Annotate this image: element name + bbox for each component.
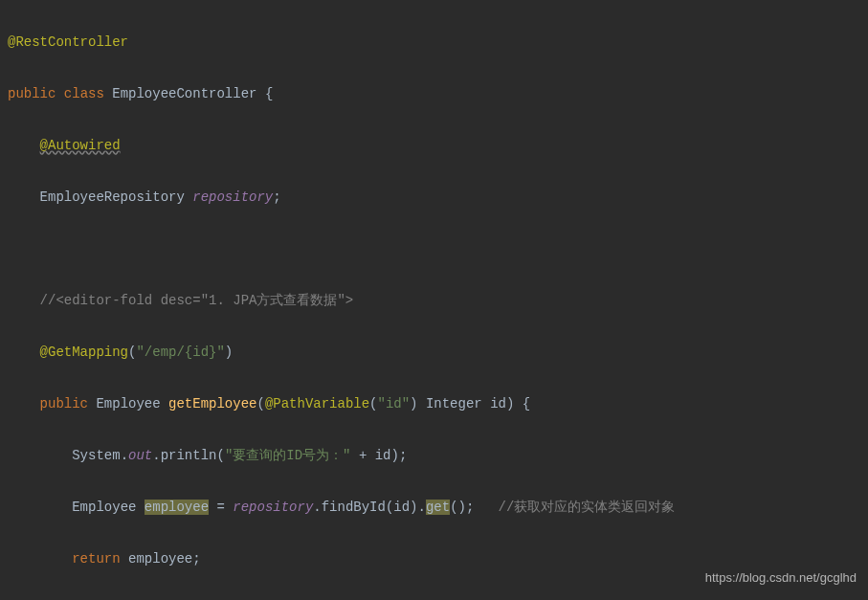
- paren: (: [369, 396, 377, 411]
- editor-fold-comment: //<editor-fold desc="1. JPA方式查看数据">: [40, 293, 354, 308]
- inline-comment: //获取对应的实体类返回对象: [474, 500, 675, 515]
- method-getemployee: getEmployee: [168, 396, 256, 411]
- concat: + id);: [350, 448, 407, 463]
- tail: ();: [450, 500, 474, 515]
- findbyid-call: .findById(id).: [313, 500, 426, 515]
- annotation-pathvariable: @PathVariable: [265, 396, 369, 411]
- paren: ): [225, 344, 233, 360]
- return-type: Employee: [88, 396, 168, 411]
- param-type: Integer: [418, 396, 491, 411]
- field-repository: repository: [233, 500, 313, 515]
- code-line: public Employee getEmployee(@PathVariabl…: [8, 391, 868, 417]
- brace: {: [256, 86, 273, 101]
- keyword-return: return: [72, 551, 120, 567]
- code-editor[interactable]: @RestController public class EmployeeCon…: [0, 0, 868, 600]
- type-name: Employee: [72, 500, 145, 515]
- field-repository: repository: [192, 189, 273, 205]
- code-line: //<editor-fold desc="1. JPA方式查看数据">: [8, 288, 868, 314]
- string-literal: "id": [378, 396, 411, 411]
- code-line: System.out.println("要查询的ID号为：" + id);: [8, 443, 868, 469]
- keyword-public: public: [8, 86, 56, 101]
- watermark: https://blog.csdn.net/gcglhd: [705, 565, 857, 590]
- code-line: EmployeeRepository repository;: [8, 185, 868, 211]
- code-line: @RestController: [8, 30, 868, 56]
- code-line: Employee employee = repository.findById(…: [8, 495, 868, 521]
- equals: =: [209, 500, 233, 515]
- get-call: get: [426, 500, 450, 515]
- code-line: public class EmployeeController {: [8, 81, 868, 107]
- param-id: id: [490, 396, 506, 411]
- system: System.: [72, 448, 128, 463]
- annotation-getmapping: @GetMapping: [40, 344, 128, 360]
- type-name: EmployeeRepository: [40, 189, 193, 205]
- string-literal: "/emp/{id}": [136, 344, 224, 360]
- var-employee: employee: [145, 500, 209, 515]
- keyword-public: public: [40, 396, 88, 411]
- code-line-blank: [8, 236, 868, 262]
- semicolon: ;: [273, 189, 280, 205]
- println-call: .println(: [152, 448, 225, 463]
- out-field: out: [128, 448, 152, 463]
- class-name: EmployeeController: [112, 86, 256, 101]
- string-literal: "要查询的ID号为：": [225, 448, 351, 463]
- brace: {: [514, 396, 530, 411]
- annotation-restcontroller: @RestController: [8, 34, 128, 50]
- keyword-class: class: [64, 86, 104, 101]
- annotation-autowired: @Autowired: [40, 138, 121, 153]
- paren: ): [410, 396, 417, 411]
- code-line: @GetMapping("/emp/{id}"): [8, 340, 868, 366]
- paren: (: [256, 396, 264, 411]
- return-var: employee;: [121, 551, 201, 567]
- code-line: @Autowired: [8, 133, 868, 159]
